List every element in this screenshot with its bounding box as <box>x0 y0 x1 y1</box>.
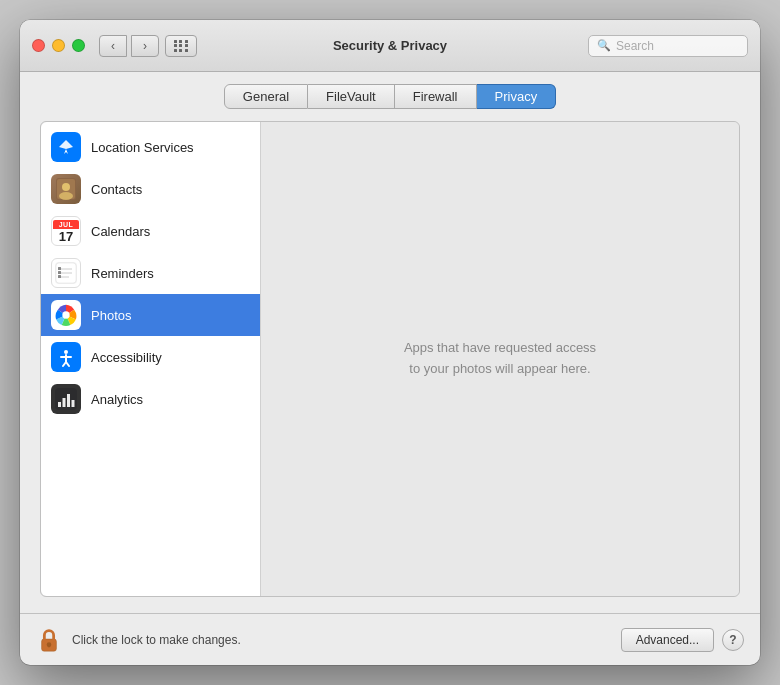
grid-dots-icon <box>174 40 189 52</box>
svg-rect-27 <box>48 644 50 647</box>
search-input[interactable] <box>616 39 739 53</box>
svg-point-15 <box>64 350 68 354</box>
sidebar-item-calendars[interactable]: JUL 17 Calendars <box>41 210 260 252</box>
photos-icon <box>51 300 81 330</box>
tab-privacy[interactable]: Privacy <box>477 84 557 109</box>
sidebar-item-location[interactable]: Location Services <box>41 126 260 168</box>
search-icon: 🔍 <box>597 39 611 52</box>
svg-point-3 <box>59 192 73 200</box>
reminders-icon <box>51 258 81 288</box>
svg-rect-11 <box>58 275 61 278</box>
window-title: Security & Privacy <box>333 38 447 53</box>
sidebar-label-accessibility: Accessibility <box>91 350 162 365</box>
sidebar-label-photos: Photos <box>91 308 131 323</box>
tab-bar: General FileVault Firewall Privacy <box>40 84 740 109</box>
svg-rect-21 <box>58 402 61 407</box>
contacts-icon <box>51 174 81 204</box>
sidebar: Location Services Contacts <box>41 122 261 596</box>
main-panel: Location Services Contacts <box>40 121 740 597</box>
titlebar: ‹ › Security & Privacy 🔍 <box>20 20 760 72</box>
tab-general[interactable]: General <box>224 84 308 109</box>
cal-month: JUL <box>53 220 79 229</box>
nav-buttons: ‹ › <box>99 35 159 57</box>
svg-rect-23 <box>67 394 70 407</box>
maximize-button[interactable] <box>72 39 85 52</box>
help-button[interactable]: ? <box>722 629 744 651</box>
sidebar-item-reminders[interactable]: Reminders <box>41 252 260 294</box>
svg-rect-22 <box>63 398 66 407</box>
sidebar-label-location: Location Services <box>91 140 194 155</box>
cal-day: 17 <box>59 230 73 243</box>
location-services-icon <box>51 132 81 162</box>
sidebar-item-contacts[interactable]: Contacts <box>41 168 260 210</box>
sidebar-label-calendars: Calendars <box>91 224 150 239</box>
svg-point-13 <box>62 311 69 318</box>
analytics-icon <box>51 384 81 414</box>
sidebar-item-accessibility[interactable]: Accessibility <box>41 336 260 378</box>
traffic-lights <box>32 39 85 52</box>
sidebar-item-photos[interactable]: Photos <box>41 294 260 336</box>
sidebar-label-analytics: Analytics <box>91 392 143 407</box>
svg-point-2 <box>62 183 70 191</box>
sidebar-label-reminders: Reminders <box>91 266 154 281</box>
grid-view-button[interactable] <box>165 35 197 57</box>
bottom-bar: Click the lock to make changes. Advanced… <box>20 613 760 665</box>
close-button[interactable] <box>32 39 45 52</box>
sidebar-label-contacts: Contacts <box>91 182 142 197</box>
svg-rect-10 <box>58 271 61 274</box>
back-button[interactable]: ‹ <box>99 35 127 57</box>
search-box[interactable]: 🔍 <box>588 35 748 57</box>
lock-button[interactable] <box>36 625 62 655</box>
content-area: General FileVault Firewall Privacy Locat… <box>20 72 760 613</box>
bottom-right-controls: Advanced... ? <box>621 628 744 652</box>
calendars-icon: JUL 17 <box>51 216 81 246</box>
placeholder-message: Apps that have requested access to your … <box>404 338 596 380</box>
sidebar-item-analytics[interactable]: Analytics <box>41 378 260 420</box>
forward-button[interactable]: › <box>131 35 159 57</box>
tab-firewall[interactable]: Firewall <box>395 84 477 109</box>
placeholder-line1: Apps that have requested access <box>404 340 596 355</box>
minimize-button[interactable] <box>52 39 65 52</box>
advanced-button[interactable]: Advanced... <box>621 628 714 652</box>
window: ‹ › Security & Privacy 🔍 General FileVau… <box>20 20 760 665</box>
right-panel: Apps that have requested access to your … <box>261 122 739 596</box>
svg-rect-24 <box>72 400 75 407</box>
lock-description: Click the lock to make changes. <box>72 633 241 647</box>
placeholder-line2: to your photos will appear here. <box>409 361 590 376</box>
tab-filevault[interactable]: FileVault <box>308 84 395 109</box>
svg-rect-9 <box>58 267 61 270</box>
accessibility-icon <box>51 342 81 372</box>
